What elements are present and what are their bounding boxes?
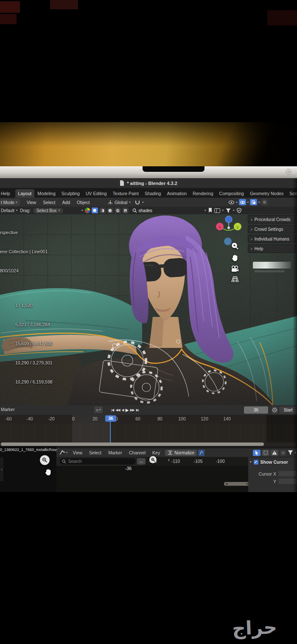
editor-type-dropdown[interactable]: ▾: [56, 450, 70, 455]
workspace-tab-animation[interactable]: Animation: [164, 189, 190, 198]
workspace-tab-uv-editing[interactable]: UV Editing: [83, 189, 110, 198]
workspace-tab-geometry-nodes[interactable]: Geometry Nodes: [247, 189, 286, 198]
filter-funnel-icon[interactable]: [226, 208, 231, 213]
menu-select[interactable]: Select: [86, 450, 105, 455]
play-button[interactable]: ▶: [126, 408, 129, 412]
viewport-shading-solid-toggle[interactable]: [92, 207, 98, 213]
play-reverse-button[interactable]: ◀: [122, 408, 124, 412]
cursor-y-field[interactable]: [278, 479, 297, 484]
photo-of-monitor: * aitting - Blender 4.3.2 Help Layout Mo…: [0, 0, 297, 644]
disabled-button[interactable]: [280, 450, 286, 456]
workspace-tab-scripting[interactable]: Scripting: [286, 189, 297, 198]
menu-marker[interactable]: Marker: [105, 450, 126, 455]
zoom-region-button[interactable]: [40, 455, 50, 465]
prev-keyframe-button[interactable]: ◀◀: [115, 408, 120, 412]
preset-dropdown[interactable]: Default ▾: [1, 208, 17, 213]
workspace-tab-modeling[interactable]: Modeling: [34, 189, 59, 198]
chevron-right-icon: ›: [251, 217, 252, 222]
timeline-ruler[interactable]: -60 -40 -20 0 20 40 60 80 100 120 140: [0, 415, 297, 423]
background-reflection: [50, 0, 78, 9]
menu-view[interactable]: View: [23, 200, 40, 205]
snap-icon[interactable]: [135, 200, 140, 205]
timeline-track-area[interactable]: [0, 423, 297, 442]
workspace-tab-sculpting[interactable]: Sculpting: [59, 189, 83, 198]
cursor-x-label: Cursor X: [250, 471, 276, 476]
menu-add[interactable]: Add: [59, 200, 73, 205]
timeline-editor: Marker ○ ▾ |◀ ◀◀ ◀ ▶ ▶▶ ▶| 36 Start: [0, 405, 297, 446]
ceiling-light-reflection: [0, 122, 297, 166]
auto-keying-button[interactable]: ○ ▾: [94, 406, 103, 413]
pan-hand-icon[interactable]: [231, 254, 239, 262]
panel-individual-humans[interactable]: › Individual Humans: [248, 235, 296, 243]
perspective-grid-icon[interactable]: [231, 276, 239, 282]
workspace-tab-layout[interactable]: Layout: [15, 189, 35, 198]
tick: 60: [135, 416, 140, 421]
chevron-down-icon[interactable]: ▾: [250, 460, 252, 464]
camera-icon[interactable]: [231, 266, 239, 272]
xray-toggle[interactable]: [250, 199, 257, 205]
timeline-scrollbar[interactable]: [1, 442, 264, 446]
tweak-tool-button[interactable]: [253, 450, 261, 456]
cursor-x-field[interactable]: [278, 471, 297, 476]
menu-object[interactable]: Object: [73, 200, 93, 205]
current-frame-indicator[interactable]: 36: [105, 415, 116, 422]
viewport-3d[interactable]: rspective ene Collection | Line001 800/1…: [0, 214, 297, 405]
shading-sphere-toggle[interactable]: [99, 207, 106, 213]
shading-render-toggle[interactable]: [122, 207, 129, 213]
menu-marker[interactable]: Marker: [1, 407, 15, 412]
start-frame-field[interactable]: Start: [279, 406, 297, 414]
panel-help[interactable]: › Help: [248, 244, 296, 253]
panel-crowd-settings[interactable]: › Crowd Settings: [248, 225, 296, 233]
bookmark-icon[interactable]: [208, 208, 212, 213]
mode-dropdown[interactable]: t Mode ▾: [0, 199, 20, 206]
orientation-dropdown[interactable]: Global: [115, 200, 127, 205]
pan-region-button[interactable]: [42, 466, 53, 477]
shield-icon[interactable]: [237, 208, 241, 213]
clock-icon[interactable]: [272, 406, 278, 414]
expand-width-button[interactable]: ↔: [137, 458, 146, 465]
region-collapse-arrow[interactable]: ‹: [168, 457, 170, 463]
menu-help[interactable]: Help: [0, 189, 13, 198]
graph-ruler[interactable]: -115 -110 -105 -100: [143, 457, 248, 466]
box-select-button[interactable]: [262, 450, 269, 456]
menu-channel[interactable]: Channel: [126, 450, 149, 455]
filter-funnel-icon[interactable]: [288, 450, 293, 455]
chevron-down-icon[interactable]: ▾: [81, 209, 83, 212]
warning-icon-button[interactable]: [271, 450, 278, 456]
current-frame-field[interactable]: 36: [244, 406, 268, 414]
memory-label: 800/1024: [0, 268, 53, 274]
menu-view[interactable]: View: [70, 450, 86, 455]
graph-canvas[interactable]: -36: [56, 466, 248, 492]
panel-procedural-crowds[interactable]: › Procedural Crowds: [248, 215, 296, 224]
editor-layout-icon[interactable]: [214, 208, 220, 213]
chevron-down-icon[interactable]: ▾: [205, 209, 206, 212]
normalize-toggle[interactable]: Normalize: [165, 450, 197, 456]
show-cursor-checkbox[interactable]: ✓: [254, 460, 258, 465]
workspace-tab-compositing[interactable]: Compositing: [216, 189, 247, 198]
menu-select[interactable]: Select: [39, 200, 59, 205]
next-keyframe-button[interactable]: ▶▶: [130, 408, 134, 412]
region-collapse-arrow[interactable]: ‹: [0, 457, 3, 481]
shading-mode-button[interactable]: [261, 199, 268, 205]
select-box-dropdown[interactable]: Select Box ▾: [33, 208, 63, 213]
material-ball-icon[interactable]: [84, 207, 90, 213]
shades-search-field[interactable]: shades: [132, 208, 152, 213]
normalize-auto-button[interactable]: [198, 450, 205, 456]
tick: -40: [26, 416, 33, 421]
shading-matcap-toggle[interactable]: [107, 207, 113, 213]
shading-texture-toggle[interactable]: [115, 207, 121, 213]
channel-search-input[interactable]: Search: [59, 458, 136, 465]
jump-to-start-button[interactable]: |◀: [111, 408, 114, 412]
zoom-icon[interactable]: [231, 242, 239, 250]
zoom-region-button[interactable]: [149, 456, 157, 463]
menu-key[interactable]: Key: [149, 450, 163, 455]
tick: 120: [201, 416, 208, 421]
show-gizmo-icon[interactable]: [228, 200, 235, 205]
jump-to-end-button[interactable]: ▶|: [136, 408, 139, 412]
workspace-tab-texture-paint[interactable]: Texture Paint: [110, 189, 142, 198]
blender-window: * aitting - Blender 4.3.2 Help Layout Mo…: [0, 178, 297, 492]
overlays-toggle[interactable]: [239, 199, 246, 205]
workspace-tab-rendering[interactable]: Rendering: [190, 189, 216, 198]
workspace-tab-shading[interactable]: Shading: [142, 189, 164, 198]
graph-scrollbar[interactable]: [224, 482, 250, 486]
